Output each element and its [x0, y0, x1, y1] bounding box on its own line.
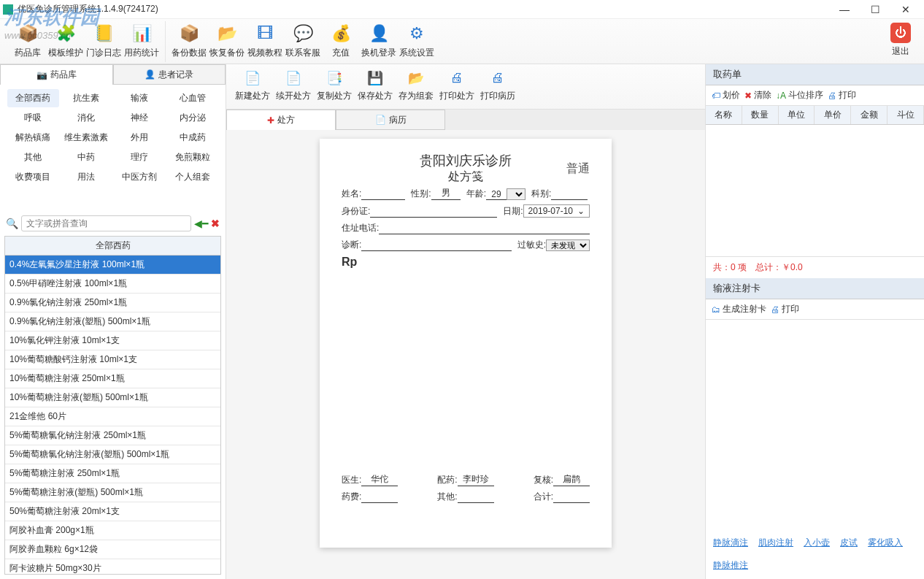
link-肌肉注射[interactable]: 肌肉注射: [758, 537, 793, 549]
sec-保存处方[interactable]: 💾保存处方: [355, 69, 396, 105]
category-维生素激素[interactable]: 维生素激素: [61, 129, 112, 147]
toolbar-联系客服[interactable]: 💬联系客服: [284, 23, 322, 62]
col-金额: 金额: [851, 106, 888, 124]
col-名称: 名称: [706, 106, 742, 124]
tab-medical-record[interactable]: 📄病历: [336, 110, 445, 130]
minimize-button[interactable]: —: [829, 0, 860, 19]
right-pane: 取药单 🏷划价 ✖清除 ↓A斗位排序 🖨打印 名称数量单位单价金额斗位 共：0 …: [705, 64, 924, 579]
drug-row[interactable]: 10%葡萄糖注射液 250ml×1瓶: [5, 369, 220, 388]
drug-row[interactable]: 5%葡萄糖注射液(塑瓶) 500ml×1瓶: [5, 483, 220, 502]
category-中医方剂[interactable]: 中医方剂: [114, 168, 166, 186]
toolbar-换机登录[interactable]: 👤换机登录: [360, 23, 398, 62]
sec-icon: 📄: [284, 69, 303, 88]
toolbar-药品库[interactable]: 📦药品库: [9, 23, 47, 62]
drug-row[interactable]: 50%葡萄糖注射液 20ml×1支: [5, 502, 220, 521]
clear-button[interactable]: ✖清除: [744, 89, 771, 101]
toolbar-icon: 📒: [93, 23, 115, 45]
category-个人组套[interactable]: 个人组套: [166, 168, 218, 186]
category-用法[interactable]: 用法: [61, 168, 112, 186]
link-静脉推注[interactable]: 静脉推注: [713, 559, 748, 572]
category-呼吸[interactable]: 呼吸: [7, 109, 59, 127]
toolbar-模板维护[interactable]: 🧩模板维护: [47, 23, 85, 62]
drug-row[interactable]: 10%葡萄糖酸钙注射液 10ml×1支: [5, 350, 220, 369]
toolbar-备份数据[interactable]: 📦备份数据: [170, 23, 208, 62]
drug-row[interactable]: 阿胶养血颗粒 6g×12袋: [5, 540, 220, 559]
clear-search-button[interactable]: ✖: [211, 218, 220, 229]
category-免煎颗粒[interactable]: 免煎颗粒: [166, 148, 218, 166]
link-静脉滴注[interactable]: 静脉滴注: [713, 537, 748, 549]
name-field[interactable]: [361, 199, 405, 200]
category-外用[interactable]: 外用: [114, 129, 166, 147]
toolbar-门诊日志[interactable]: 📒门诊日志: [85, 23, 123, 62]
drug-row[interactable]: 0.5%甲硝唑注射液 100ml×1瓶: [5, 275, 220, 294]
drug-row[interactable]: 5%葡萄糖氯化钠注射液(塑瓶) 500ml×1瓶: [5, 445, 220, 464]
category-收费项目[interactable]: 收费项目: [7, 168, 59, 186]
drug-row[interactable]: 21金维他 60片: [5, 407, 220, 426]
sec-新建处方[interactable]: 📄新建处方: [232, 69, 273, 105]
category-内分泌[interactable]: 内分泌: [166, 109, 218, 127]
id-field[interactable]: [370, 217, 497, 218]
close-button[interactable]: ✕: [890, 0, 921, 19]
exit-button[interactable]: ⏻ 退出: [882, 23, 920, 61]
drug-row[interactable]: 10%葡萄糖注射液(塑瓶) 500ml×1瓶: [5, 388, 220, 407]
sec-icon: 📑: [325, 69, 344, 88]
app-icon: [3, 4, 13, 15]
tab-drug-library[interactable]: 📷药品库: [0, 64, 113, 85]
sort-button[interactable]: ↓A斗位排序: [776, 89, 823, 101]
sec-icon: 🖨: [447, 69, 466, 88]
category-心血管[interactable]: 心血管: [166, 89, 218, 107]
dept-field[interactable]: [551, 199, 588, 200]
print-dispense-button[interactable]: 🖨打印: [828, 89, 856, 101]
toolbar-充值[interactable]: 💰充值: [322, 23, 360, 62]
link-入小壶[interactable]: 入小壶: [804, 537, 830, 549]
category-输液[interactable]: 输液: [114, 89, 166, 107]
drug-row[interactable]: 10%氯化钾注射液 10ml×1支: [5, 331, 220, 350]
tab-prescription[interactable]: ✚处方: [226, 110, 336, 130]
col-数量: 数量: [742, 106, 779, 124]
arrow-left-icon[interactable]: ◀━: [194, 218, 208, 229]
sec-存为组套[interactable]: 📂存为组套: [396, 69, 436, 105]
toolbar-视频教程[interactable]: 🎞视频教程: [246, 23, 284, 62]
category-全部西药[interactable]: 全部西药: [7, 89, 59, 107]
category-抗生素[interactable]: 抗生素: [61, 89, 112, 107]
date-picker[interactable]: 2019-07-10⌄: [523, 204, 590, 218]
link-雾化吸入[interactable]: 雾化吸入: [868, 537, 903, 549]
link-皮试[interactable]: 皮试: [840, 537, 858, 549]
sec-打印处方[interactable]: 🖨打印处方: [436, 69, 477, 105]
tab-patient-records[interactable]: 👤患者记录: [113, 64, 226, 85]
drug-row[interactable]: 0.9%氯化钠注射液 250ml×1瓶: [5, 294, 220, 312]
drug-list[interactable]: 0.4%左氧氟沙星注射液 100ml×1瓶0.5%甲硝唑注射液 100ml×1瓶…: [4, 256, 221, 575]
person-icon: 👤: [145, 69, 155, 80]
sec-复制处方[interactable]: 📑复制处方: [314, 69, 355, 105]
drug-row[interactable]: 0.9%氯化钠注射液(塑瓶) 500ml×1瓶: [5, 312, 220, 331]
toolbar-icon: 📦: [178, 23, 200, 45]
price-button[interactable]: 🏷划价: [712, 89, 740, 101]
age-unit-select[interactable]: [507, 188, 525, 200]
search-input[interactable]: [21, 215, 191, 231]
category-其他[interactable]: 其他: [7, 148, 59, 166]
category-中成药[interactable]: 中成药: [166, 129, 218, 147]
category-中药[interactable]: 中药: [61, 148, 112, 166]
sec-续开处方[interactable]: 📄续开处方: [273, 69, 314, 105]
category-神经[interactable]: 神经: [114, 109, 166, 127]
allergy-select[interactable]: 未发现: [546, 239, 590, 251]
maximize-button[interactable]: ☐: [860, 0, 890, 19]
toolbar-恢复备份[interactable]: 📂恢复备份: [208, 23, 246, 62]
drug-row[interactable]: 5%葡萄糖氯化钠注射液 250ml×1瓶: [5, 426, 220, 445]
print-injection-button[interactable]: 🖨打印: [771, 303, 799, 315]
drug-row[interactable]: 阿胶补血膏 200g×1瓶: [5, 521, 220, 540]
drug-row[interactable]: 5%葡萄糖注射液 250ml×1瓶: [5, 464, 220, 483]
age-field[interactable]: 29: [486, 189, 507, 200]
category-理疗[interactable]: 理疗: [114, 148, 166, 166]
drug-row[interactable]: 0.4%左氧氟沙星注射液 100ml×1瓶: [5, 256, 220, 275]
category-解热镇痛[interactable]: 解热镇痛: [7, 129, 59, 147]
drug-row[interactable]: 阿卡波糖片 50mg×30片: [5, 559, 220, 575]
sex-field[interactable]: 男: [431, 187, 461, 200]
toolbar-用药统计[interactable]: 📊用药统计: [123, 23, 161, 62]
addr-field[interactable]: [379, 234, 590, 234]
gen-card-button[interactable]: 🗂生成注射卡: [712, 303, 766, 315]
toolbar-系统设置[interactable]: ⚙系统设置: [398, 23, 436, 62]
sec-打印病历[interactable]: 🖨打印病历: [477, 69, 518, 105]
diag-field[interactable]: [361, 250, 511, 251]
category-消化[interactable]: 消化: [61, 109, 112, 127]
